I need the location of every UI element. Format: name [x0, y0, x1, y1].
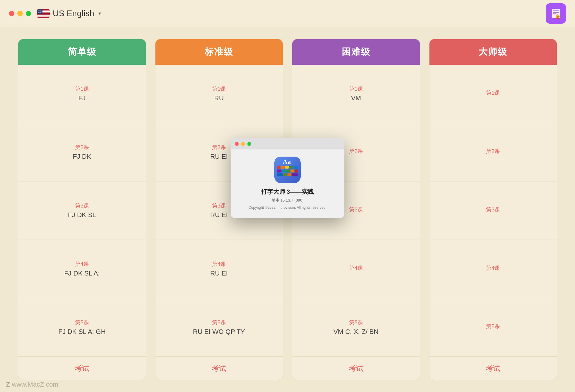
lesson-item[interactable]: 第1课VM — [292, 65, 420, 123]
lesson-number: 第4课 — [349, 264, 363, 272]
lesson-item[interactable]: 第2课 — [429, 123, 557, 181]
app-title: 打字大师 3——实践 — [261, 188, 314, 196]
lesson-list-hard: 第1课VM第2课第3课第4课第5课VM C, X. Z/ BN考试 — [292, 65, 420, 380]
exam-item-hard[interactable]: 考试 — [292, 357, 420, 380]
exam-label: 考试 — [295, 364, 417, 373]
dialog-maximize-button[interactable] — [247, 142, 251, 146]
app-version: 版本 15.13.7 (390) — [272, 198, 304, 203]
svg-rect-39 — [553, 12, 559, 13]
lesson-content: FJ DK — [73, 153, 91, 161]
window-controls — [9, 11, 31, 16]
language-selector[interactable]: ★★★★★ ★★★★ ★★★★★ ★★★★ ★★★★★ US English ▾ — [37, 9, 101, 18]
lesson-content: RU EI — [210, 270, 228, 277]
svg-rect-7 — [37, 14, 50, 14]
lesson-item[interactable]: 第1课 — [429, 65, 557, 123]
svg-rect-46 — [285, 166, 289, 169]
lesson-item[interactable]: 第3课FJ DK SL — [18, 181, 146, 240]
lesson-item[interactable]: 第5课VM C, X. Z/ BN — [292, 298, 420, 357]
lesson-item[interactable]: 第4课 — [429, 240, 557, 298]
svg-text:★: ★ — [557, 15, 559, 18]
lesson-content: RU EI — [210, 211, 228, 219]
lesson-list-master: 第1课第2课第3课第4课第5课考试 — [429, 65, 557, 380]
lesson-number: 第3课 — [349, 206, 363, 213]
exam-item-easy[interactable]: 考试 — [18, 357, 146, 380]
lesson-number: 第1课 — [349, 85, 363, 93]
svg-rect-48 — [293, 166, 298, 169]
svg-rect-9 — [37, 15, 50, 16]
exam-label: 考试 — [432, 364, 554, 373]
lesson-item[interactable]: 第4课 — [292, 240, 420, 298]
lesson-item[interactable]: 第1课RU — [155, 65, 283, 123]
certificate-button[interactable]: ★ — [546, 3, 566, 24]
minimize-button[interactable] — [17, 11, 23, 16]
lesson-item[interactable]: 第3课 — [429, 181, 557, 240]
lesson-number: 第2课 — [75, 144, 89, 151]
lesson-content: RU EI WO QP TY — [193, 328, 245, 336]
lesson-number: 第2课 — [212, 144, 226, 151]
lesson-number: 第4课 — [212, 261, 226, 268]
exam-label: 考试 — [21, 364, 143, 373]
lesson-item[interactable]: 第5课FJ DK SL A; GH — [18, 298, 146, 357]
svg-rect-51 — [286, 169, 290, 172]
svg-rect-38 — [553, 10, 559, 11]
maximize-button[interactable] — [26, 11, 31, 16]
svg-rect-53 — [295, 169, 298, 172]
lesson-content: FJ DK SL — [68, 211, 96, 219]
svg-rect-57 — [292, 173, 298, 176]
level-column-master: 大师级第1课第2课第3课第4课第5课考试 — [429, 39, 557, 380]
lesson-item[interactable]: 第4课RU EI — [155, 240, 283, 298]
lesson-number: 第2课 — [349, 148, 363, 155]
about-dialog[interactable]: Aa 打字大师 3——实践 版本 15.13.7 (390) Copyright… — [231, 138, 344, 218]
lesson-list-normal: 第1课RU第2课RU EI第3课RU EI第4课RU EI第5课RU EI WO… — [155, 65, 283, 380]
lesson-content: VM — [351, 94, 361, 102]
lesson-item[interactable]: 第4课FJ DK SL A; — [18, 240, 146, 298]
svg-text:Aa: Aa — [283, 158, 291, 165]
svg-rect-8 — [37, 14, 50, 15]
lesson-number: 第5课 — [349, 319, 363, 326]
certificate-icon: ★ — [550, 7, 562, 19]
lesson-content: RU — [214, 94, 224, 102]
svg-rect-55 — [283, 173, 287, 176]
dialog-titlebar — [231, 138, 344, 149]
watermark: Z www.MacZ.com — [6, 381, 58, 388]
titlebar: ★★★★★ ★★★★ ★★★★★ ★★★★ ★★★★★ US English ▾… — [0, 0, 575, 27]
dialog-close-button[interactable] — [235, 142, 239, 146]
close-button[interactable] — [9, 11, 14, 16]
level-header-master: 大师级 — [429, 39, 557, 65]
lesson-number: 第3课 — [75, 202, 89, 209]
lesson-item[interactable]: 第2课FJ DK — [18, 123, 146, 181]
svg-rect-45 — [281, 166, 285, 169]
exam-item-normal[interactable]: 考试 — [155, 357, 283, 380]
svg-text:★: ★ — [42, 12, 43, 13]
lesson-list-easy: 第1课FJ第2课FJ DK第3课FJ DK SL第4课FJ DK SL A;第5… — [18, 65, 146, 380]
lesson-number: 第3课 — [212, 202, 226, 209]
lesson-content: RU EI — [210, 153, 228, 161]
exam-item-master[interactable]: 考试 — [429, 357, 557, 380]
lesson-number: 第4课 — [75, 261, 89, 268]
lesson-number: 第2课 — [486, 148, 500, 155]
app-icon: Aa — [274, 157, 301, 183]
svg-rect-11 — [37, 16, 50, 17]
lesson-number: 第3课 — [486, 206, 500, 213]
level-header-normal: 标准级 — [155, 39, 283, 65]
chevron-down-icon: ▾ — [99, 10, 101, 16]
svg-rect-44 — [277, 166, 280, 169]
lesson-item[interactable]: 第1课FJ — [18, 65, 146, 123]
svg-rect-49 — [277, 169, 282, 172]
lesson-content: FJ DK SL A; GH — [58, 328, 106, 336]
lesson-number: 第1课 — [75, 85, 89, 93]
lesson-content: FJ — [78, 94, 86, 102]
svg-rect-50 — [282, 169, 286, 172]
flag-icon: ★★★★★ ★★★★ ★★★★★ ★★★★ ★★★★★ — [37, 9, 50, 18]
lesson-number: 第4课 — [486, 264, 500, 272]
exam-label: 考试 — [158, 364, 280, 373]
lesson-item[interactable]: 第5课 — [429, 298, 557, 357]
svg-rect-52 — [290, 169, 294, 172]
watermark-text: www.MacZ.com — [12, 381, 58, 388]
svg-rect-12 — [37, 17, 50, 17]
lesson-number: 第5课 — [486, 323, 500, 330]
lesson-item[interactable]: 第5课RU EI WO QP TY — [155, 298, 283, 357]
lesson-number: 第1课 — [212, 85, 226, 93]
watermark-icon: Z — [6, 381, 10, 388]
dialog-minimize-button[interactable] — [241, 142, 245, 146]
